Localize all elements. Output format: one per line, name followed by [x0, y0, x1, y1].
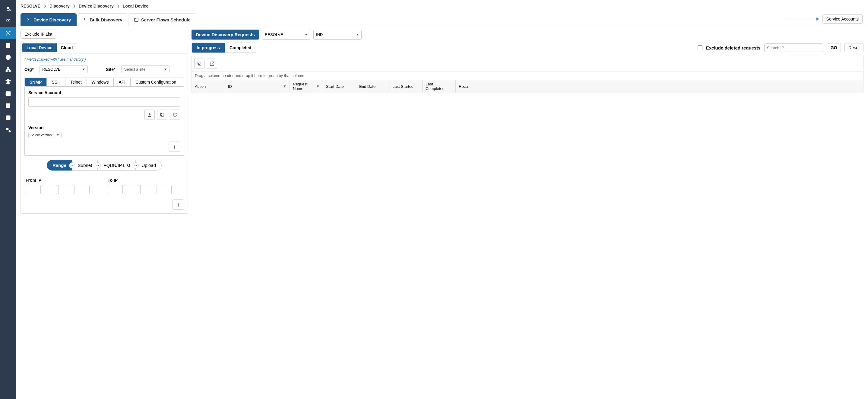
col-recurring[interactable]: Recu [456, 80, 863, 93]
reset-button[interactable]: Reset [844, 43, 864, 52]
requests-org-select[interactable]: RESOLVE▼ [262, 30, 310, 39]
or-chip: or [95, 162, 101, 168]
svg-point-19 [30, 18, 30, 19]
rail-network[interactable] [0, 63, 16, 76]
chevron-icon: ❯ [43, 4, 46, 8]
pill-fqdn[interactable]: FQDN/IP List [98, 160, 136, 171]
copy-button[interactable] [194, 59, 205, 69]
rail-settings[interactable] [0, 124, 16, 136]
chevron-icon: ❯ [117, 4, 120, 8]
btn-label: GO [831, 45, 837, 50]
refresh-button[interactable] [170, 110, 180, 120]
rail-history[interactable] [0, 51, 16, 63]
from-ip-oct2[interactable] [42, 185, 57, 194]
tab-device-discovery[interactable]: Device Discovery [21, 13, 76, 26]
svg-rect-9 [7, 67, 9, 68]
seg-local-device[interactable]: Local Device [22, 44, 57, 52]
service-account-input[interactable] [28, 97, 180, 107]
rail-admin[interactable] [0, 3, 16, 15]
proto-api[interactable]: API [114, 78, 131, 86]
pill-upload[interactable]: Upload [136, 160, 162, 171]
svg-point-17 [28, 19, 29, 20]
crumb-discovery[interactable]: Discovery [50, 4, 70, 8]
version-select[interactable]: Select Version▼ [28, 132, 62, 138]
col-last-started[interactable]: Last Started [390, 80, 423, 93]
select-value: RESOLVE [42, 67, 60, 72]
pill-subnet[interactable]: Subnet [72, 160, 98, 171]
requests-region-select[interactable]: IND▼ [313, 30, 362, 39]
filter-icon[interactable]: ▼ [283, 84, 286, 88]
add-ip-range-button[interactable]: ＋ [173, 200, 184, 210]
exclude-deleted-checkbox[interactable] [698, 45, 703, 50]
service-account-box: Service Account Version Select Version▼ [25, 86, 184, 156]
go-button[interactable]: GO [827, 43, 841, 52]
grid-group-drop[interactable]: Drag a column header and drop it here to… [192, 71, 863, 80]
proto-ssh[interactable]: SSH [47, 78, 65, 86]
proto-windows[interactable]: Windows [87, 78, 114, 86]
save-button[interactable] [157, 110, 167, 120]
rail-discovery[interactable] [0, 27, 16, 39]
proto-snmp[interactable]: SNMP [25, 78, 47, 86]
rail-layers[interactable] [0, 76, 16, 88]
search-ip-input[interactable] [764, 44, 823, 52]
rail-docs[interactable] [0, 39, 16, 51]
tab-label: Bulk Discovery [90, 17, 122, 22]
from-ip-oct4[interactable] [74, 185, 90, 194]
filter-icon[interactable]: ▼ [316, 84, 320, 88]
save-icon [160, 112, 165, 117]
breadcrumb: RESOLVE ❯ Discovery ❯ Device Discovery ❯… [16, 0, 868, 12]
col-label: Request Name [293, 82, 316, 91]
svg-point-20 [27, 21, 28, 22]
exclude-ip-list-button[interactable]: Exclude IP List [21, 30, 56, 39]
rail-reports[interactable] [0, 99, 16, 112]
seg-inprogress[interactable]: In-progress [192, 43, 225, 53]
to-ip-oct1[interactable] [108, 185, 123, 194]
from-ip-oct1[interactable] [26, 185, 41, 194]
col-action[interactable]: Action [192, 80, 225, 93]
main-area: RESOLVE ❯ Discovery ❯ Device Discovery ❯… [16, 0, 868, 399]
col-label: Start Date [326, 84, 344, 89]
from-ip-oct3[interactable] [58, 185, 73, 194]
to-ip-oct4[interactable] [157, 185, 172, 194]
col-end-date[interactable]: End Date [356, 80, 390, 93]
download-button[interactable] [145, 110, 155, 120]
to-ip-oct2[interactable] [124, 185, 139, 194]
select-placeholder: Select Version [30, 133, 52, 137]
proto-telnet[interactable]: Telnet [65, 78, 87, 86]
col-label: End Date [359, 84, 375, 89]
org-select[interactable]: RESOLVE▼ [39, 65, 88, 73]
rail-book[interactable] [0, 112, 16, 124]
svg-point-0 [7, 7, 9, 9]
proto-custom[interactable]: Custom Configuration [131, 78, 181, 86]
crumb-local-device[interactable]: Local Device [123, 4, 149, 8]
nodes-icon [26, 17, 31, 22]
add-version-button[interactable]: ＋ [168, 142, 180, 152]
col-id[interactable]: ID▼ [225, 80, 290, 93]
pill-range[interactable]: Range [47, 160, 72, 171]
svg-rect-10 [6, 70, 7, 72]
col-last-completed[interactable]: Last Completed [423, 80, 456, 93]
refresh-icon [173, 112, 177, 117]
select-value: IND [316, 32, 323, 37]
crumb-device-discovery[interactable]: Device Discovery [79, 4, 114, 8]
col-request-name[interactable]: Request Name▼ [290, 80, 323, 93]
rail-dashboard[interactable] [0, 15, 16, 27]
export-icon [210, 61, 214, 66]
export-button[interactable] [207, 59, 217, 69]
col-start-date[interactable]: Start Date [323, 80, 356, 93]
seg-cloud[interactable]: Cloud [57, 44, 77, 52]
tab-server-flows[interactable]: Server Flows Schedule [128, 13, 196, 26]
svg-point-15 [6, 128, 8, 130]
left-sidebar [0, 0, 16, 399]
rail-terminal[interactable] [0, 88, 16, 99]
select-value: RESOLVE [265, 32, 283, 37]
copy-icon [197, 61, 202, 66]
to-ip-oct3[interactable] [140, 185, 155, 194]
tab-bulk-discovery[interactable]: Bulk Discovery [76, 13, 128, 26]
service-accounts-button[interactable]: Service Accounts [823, 15, 863, 24]
seg-completed[interactable]: Completed [225, 43, 256, 53]
chevron-down-icon: ▼ [56, 134, 59, 137]
site-select[interactable]: Select a site▼ [121, 65, 169, 73]
tab-label: Device Discovery [33, 17, 71, 22]
ip-input-mode: Range or Subnet or FQDN/IP List or Uploa… [47, 160, 162, 171]
